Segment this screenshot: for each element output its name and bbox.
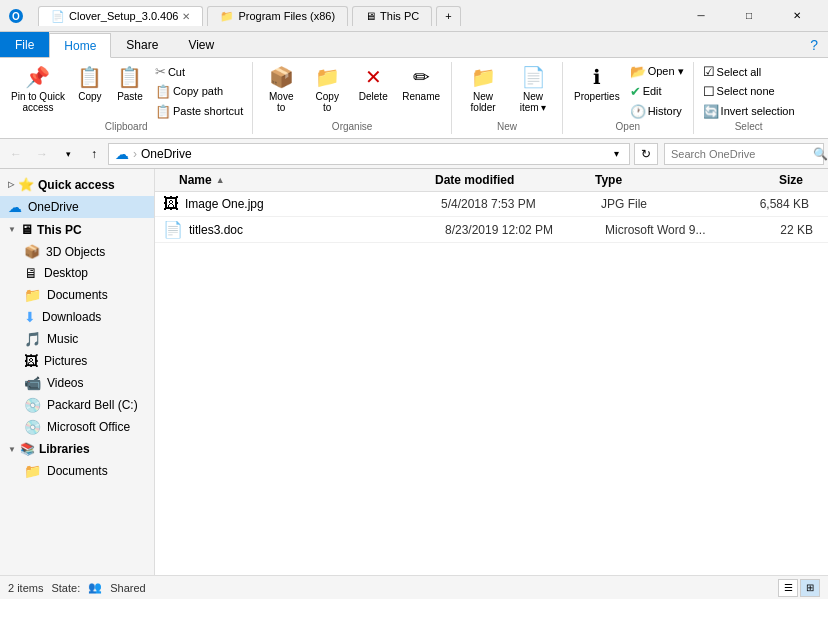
column-size-header[interactable]: Size <box>735 173 815 187</box>
ribbon-content: 📌 Pin to Quick access 📋 Copy 📋 Paste <box>0 58 828 138</box>
new-folder-button[interactable]: 📁 New folder <box>458 62 508 116</box>
delete-button[interactable]: ✕ Delete <box>351 62 395 105</box>
up-button[interactable]: ↑ <box>82 142 106 166</box>
back-button[interactable]: ← <box>4 142 28 166</box>
file-type-0: JPG File <box>601 197 741 211</box>
ribbon-tab-share[interactable]: Share <box>111 32 173 57</box>
rename-button[interactable]: ✏ Rename <box>397 62 445 105</box>
copy-button[interactable]: 📋 Copy <box>72 62 108 105</box>
file-date-0: 5/4/2018 7:53 PM <box>441 197 601 211</box>
ribbon-tab-view[interactable]: View <box>173 32 229 57</box>
file-row-1[interactable]: 📄 titles3.doc 8/23/2019 12:02 PM Microso… <box>155 217 828 243</box>
ribbon-tab-file[interactable]: File <box>0 32 49 57</box>
sidebar-msoffice-label: Microsoft Office <box>47 420 130 434</box>
videos-icon: 📹 <box>24 375 41 391</box>
sidebar: ▷ ⭐ Quick access ☁ OneDrive ▼ 🖥 This PC … <box>0 169 155 575</box>
copy-path-button[interactable]: 📋 Copy path <box>152 82 246 101</box>
move-to-button[interactable]: 📦 Move to <box>259 62 303 116</box>
details-view-button[interactable]: ☰ <box>778 579 798 597</box>
new-item-icon: 📄 <box>521 65 546 89</box>
address-dropdown-button[interactable]: ▾ <box>610 148 623 159</box>
tab-this-pc[interactable]: 🖥 This PC <box>352 6 432 26</box>
tab-clover-icon: 📄 <box>51 10 65 23</box>
packard-bell-icon: 💿 <box>24 397 41 413</box>
select-all-button[interactable]: ☑ Select all <box>700 62 798 81</box>
breadcrumb-tabs: 📄 Clover_Setup_3.0.406 ✕ 📁 Program Files… <box>38 6 461 26</box>
recent-button[interactable]: ▾ <box>56 142 80 166</box>
search-input[interactable] <box>671 148 809 160</box>
select-items: ☑ Select all ☐ Select none 🔄 Invert sele… <box>700 62 798 121</box>
ribbon-tab-home[interactable]: Home <box>49 33 111 58</box>
sidebar-item-videos[interactable]: 📹 Videos <box>0 372 154 394</box>
list-view-button[interactable]: ⊞ <box>800 579 820 597</box>
tab-clover[interactable]: 📄 Clover_Setup_3.0.406 ✕ <box>38 6 203 26</box>
select-none-button[interactable]: ☐ Select none <box>700 82 798 101</box>
copy-path-icon: 📋 <box>155 84 171 99</box>
paste-button[interactable]: 📋 Paste <box>110 62 150 105</box>
invert-selection-button[interactable]: 🔄 Invert selection <box>700 102 798 121</box>
paste-shortcut-button[interactable]: 📋 Paste shortcut <box>152 102 246 121</box>
sidebar-item-ms-office[interactable]: 💿 Microsoft Office <box>0 416 154 438</box>
ribbon-group-organise: 📦 Move to 📁 Copy to ✕ Delete ✏ Rename Or… <box>253 62 452 134</box>
new-item-button[interactable]: 📄 New item ▾ <box>510 62 556 116</box>
sidebar-onedrive-label: OneDrive <box>28 200 79 214</box>
sidebar-item-packard-bell[interactable]: 💿 Packard Bell (C:) <box>0 394 154 416</box>
sidebar-item-onedrive[interactable]: ☁ OneDrive <box>0 196 154 218</box>
file-name-1: titles3.doc <box>189 223 445 237</box>
sidebar-section-libraries[interactable]: ▼ 📚 Libraries <box>0 438 154 460</box>
refresh-button[interactable]: ↻ <box>634 143 658 165</box>
sidebar-item-3d-objects[interactable]: 📦 3D Objects <box>0 241 154 262</box>
new-items: 📁 New folder 📄 New item ▾ <box>458 62 556 121</box>
file-row-0[interactable]: 🖼 Image One.jpg 5/4/2018 7:53 PM JPG Fil… <box>155 192 828 217</box>
tab-new[interactable]: + <box>436 6 460 26</box>
pin-quick-access-button[interactable]: 📌 Pin to Quick access <box>6 62 70 116</box>
ms-office-icon: 💿 <box>24 419 41 435</box>
file-type-1: Microsoft Word 9... <box>605 223 745 237</box>
sidebar-section-quick-access[interactable]: ▷ ⭐ Quick access <box>0 173 154 196</box>
sidebar-music-label: Music <box>47 332 78 346</box>
sidebar-packard-label: Packard Bell (C:) <box>47 398 138 412</box>
paste-shortcut-icon: 📋 <box>155 104 171 119</box>
open-button[interactable]: 📂 Open ▾ <box>627 62 687 81</box>
forward-button[interactable]: → <box>30 142 54 166</box>
ribbon: File Home Share View ? 📌 Pin to Quick ac… <box>0 32 828 139</box>
select-all-icon: ☑ <box>703 64 715 79</box>
tab-clover-close[interactable]: ✕ <box>182 11 190 22</box>
edit-button[interactable]: ✔ Edit <box>627 82 687 101</box>
address-bar[interactable]: ☁ › OneDrive ▾ <box>108 143 630 165</box>
ribbon-help[interactable]: ? <box>800 32 828 57</box>
minimize-button[interactable]: ─ <box>678 1 724 31</box>
lib-documents-icon: 📁 <box>24 463 41 479</box>
sidebar-item-lib-documents[interactable]: 📁 Documents <box>0 460 154 482</box>
cut-button[interactable]: ✂ Cut <box>152 62 246 81</box>
close-button[interactable]: ✕ <box>774 1 820 31</box>
column-type-header[interactable]: Type <box>595 173 735 187</box>
new-tab-icon: + <box>445 10 451 22</box>
file-size-0: 6,584 KB <box>741 197 821 211</box>
tab-pc-label: This PC <box>380 10 419 22</box>
tab-clover-label: Clover_Setup_3.0.406 <box>69 10 178 22</box>
sidebar-section-this-pc[interactable]: ▼ 🖥 This PC <box>0 218 154 241</box>
column-date-header[interactable]: Date modified <box>435 173 595 187</box>
properties-button[interactable]: ℹ Properties <box>569 62 625 105</box>
sidebar-item-music[interactable]: 🎵 Music <box>0 328 154 350</box>
sidebar-item-downloads[interactable]: ⬇ Downloads <box>0 306 154 328</box>
select-small-group: ☑ Select all ☐ Select none 🔄 Invert sele… <box>700 62 798 121</box>
ribbon-group-new: 📁 New folder 📄 New item ▾ New <box>452 62 563 134</box>
history-button[interactable]: 🕐 History <box>627 102 687 121</box>
status-bar: 2 items State: 👥 Shared ☰ ⊞ <box>0 575 828 599</box>
pin-icon: 📌 <box>25 65 50 89</box>
maximize-button[interactable]: □ <box>726 1 772 31</box>
music-icon: 🎵 <box>24 331 41 347</box>
tab-program-files[interactable]: 📁 Program Files (x86) <box>207 6 348 26</box>
sidebar-item-desktop[interactable]: 🖥 Desktop <box>0 262 154 284</box>
sidebar-item-documents[interactable]: 📁 Documents <box>0 284 154 306</box>
column-name-header[interactable]: Name ▲ <box>155 173 435 187</box>
open-icon: 📂 <box>630 64 646 79</box>
libraries-expand-icon: ▼ <box>8 445 16 454</box>
sort-icon: ▲ <box>216 175 225 185</box>
tab-pf-label: Program Files (x86) <box>238 10 335 22</box>
sidebar-item-pictures[interactable]: 🖼 Pictures <box>0 350 154 372</box>
paste-group: 📋 Paste <box>110 62 150 105</box>
copy-to-button[interactable]: 📁 Copy to <box>305 62 349 116</box>
